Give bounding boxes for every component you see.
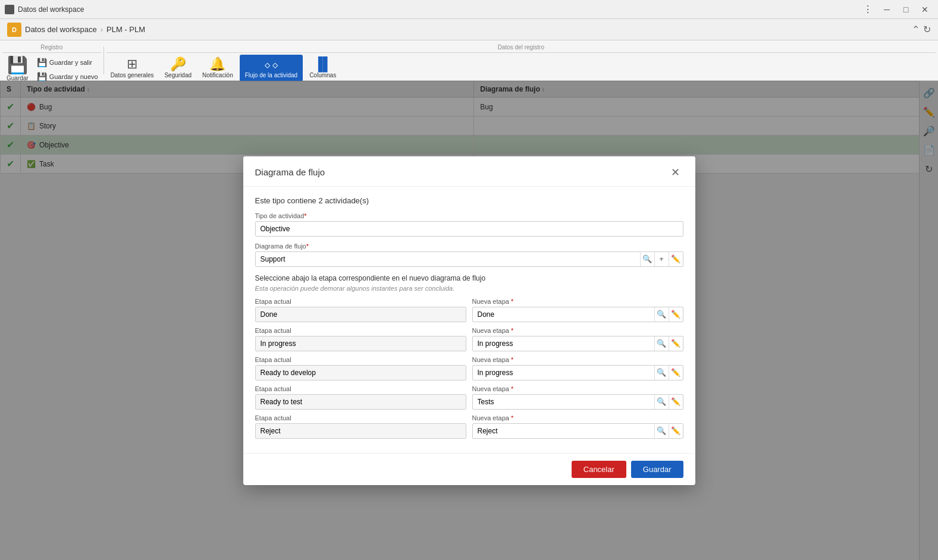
etapa-actual-input-4[interactable] xyxy=(256,424,466,438)
stage-row-4: Etapa actual Nueva etapa * 🔍 ✏️ xyxy=(255,414,683,439)
cancel-button[interactable]: Cancelar xyxy=(572,461,626,478)
etapa-actual-input-2[interactable] xyxy=(256,366,466,380)
breadcrumb-current: PLM - PLM xyxy=(106,25,145,34)
key-icon: 🔑 xyxy=(170,58,186,71)
security-button[interactable]: 🔑 Seguridad xyxy=(160,55,196,81)
maximize-button[interactable]: □ xyxy=(898,2,914,17)
toolbar-datos-section: Datos del registro ⊞ Datos generales 🔑 S… xyxy=(104,43,938,78)
nueva-etapa-search-4[interactable]: 🔍 xyxy=(654,424,669,438)
modal-overlay: Diagrama de flujo ✕ Este tipo contiene 2… xyxy=(0,81,938,560)
modal-header: Diagrama de flujo ✕ xyxy=(243,156,695,187)
nueva-etapa-input-4[interactable] xyxy=(473,424,654,438)
etapa-actual-input-3[interactable] xyxy=(256,395,466,409)
breadcrumb-collapse-button[interactable]: ⌃ xyxy=(912,24,920,35)
toolbar: Registro 💾 Guardar 💾 Guardar y salir 💾 G… xyxy=(0,40,938,81)
modal-save-button[interactable]: Guardar xyxy=(631,461,683,478)
modal-close-button[interactable]: ✕ xyxy=(667,166,683,179)
nueva-etapa-input-3[interactable] xyxy=(473,395,654,409)
general-icon: ⊞ xyxy=(127,58,137,71)
diagrama-search-btn[interactable]: 🔍 xyxy=(640,252,654,266)
select-note: Esta operación puede demorar algunos ins… xyxy=(255,285,683,292)
main-content: S Tipo de actividad↕ Diagrama de flujo↕ … xyxy=(0,81,938,560)
notification-button[interactable]: 🔔 Notificación xyxy=(198,55,237,81)
window-controls: ⋮ ─ □ ✕ xyxy=(859,2,933,17)
diagrama-input[interactable] xyxy=(256,252,640,266)
columns-icon: ▐▌ xyxy=(313,58,332,71)
flow-icon: ⬦⬦ xyxy=(263,58,279,71)
etapa-actual-col-2: Etapa actual xyxy=(255,356,466,380)
flow-button[interactable]: ⬦⬦ Flujo de la actividad xyxy=(240,55,303,81)
etapa-actual-input-1[interactable] xyxy=(256,336,466,351)
stage-row-0: Etapa actual Nueva etapa * 🔍 ✏️ xyxy=(255,298,683,322)
close-button[interactable]: ✕ xyxy=(917,2,933,17)
nueva-etapa-col-0: Nueva etapa * 🔍 ✏️ xyxy=(472,298,683,322)
minimize-button[interactable]: ─ xyxy=(879,2,895,17)
save-button[interactable]: 💾 Guardar xyxy=(2,55,33,84)
etapa-actual-col-0: Etapa actual xyxy=(255,298,466,322)
nueva-etapa-edit-2[interactable]: ✏️ xyxy=(669,366,683,380)
diagrama-add-btn[interactable]: + xyxy=(654,252,669,266)
stage-row-2: Etapa actual Nueva etapa * 🔍 ✏️ xyxy=(255,356,683,380)
stage-select-section: Seleccione abajo la etapa correspondient… xyxy=(255,274,683,439)
columns-button[interactable]: ▐▌ Columnas xyxy=(305,55,340,81)
nueva-etapa-col-2: Nueva etapa * 🔍 ✏️ xyxy=(472,356,683,380)
save-new-icon: 💾 xyxy=(37,72,47,81)
diagrama-edit-btn[interactable]: ✏️ xyxy=(669,252,683,266)
floppy-icon: 💾 xyxy=(7,57,28,74)
diagrama-label: Diagrama de flujo* xyxy=(255,243,683,250)
save-exit-button[interactable]: 💾 Guardar y salir xyxy=(34,56,101,68)
breadcrumb-refresh-button[interactable]: ↻ xyxy=(923,24,931,35)
save-exit-icon: 💾 xyxy=(37,58,47,67)
modal-body: Este tipo contiene 2 actividade(s) Tipo … xyxy=(243,187,695,453)
stages-container: Etapa actual Nueva etapa * 🔍 ✏️ Etapa ac… xyxy=(255,298,683,439)
etapa-actual-col-1: Etapa actual xyxy=(255,327,466,351)
app-icon xyxy=(5,5,14,14)
diagrama-input-container: 🔍 + ✏️ xyxy=(255,251,683,267)
stage-row-1: Etapa actual Nueva etapa * 🔍 ✏️ xyxy=(255,327,683,351)
nueva-etapa-col-1: Nueva etapa * 🔍 ✏️ xyxy=(472,327,683,351)
workspace-icon: D xyxy=(7,23,21,37)
nueva-etapa-edit-1[interactable]: ✏️ xyxy=(669,336,683,351)
title-bar: Datos del workspace ⋮ ─ □ ✕ xyxy=(0,0,938,19)
etapa-actual-input-0[interactable] xyxy=(256,307,466,322)
etapa-actual-col-4: Etapa actual xyxy=(255,414,466,439)
nueva-etapa-edit-4[interactable]: ✏️ xyxy=(669,424,683,438)
more-button[interactable]: ⋮ xyxy=(859,2,876,17)
nueva-etapa-edit-0[interactable]: ✏️ xyxy=(669,307,683,322)
breadcrumb: D Datos del workspace › PLM - PLM ⌃ ↻ xyxy=(0,19,938,40)
nueva-etapa-search-3[interactable]: 🔍 xyxy=(654,395,669,409)
nueva-etapa-search-0[interactable]: 🔍 xyxy=(654,307,669,322)
tipo-label: Tipo de actividad* xyxy=(255,212,683,219)
tipo-input[interactable] xyxy=(256,222,683,236)
nueva-etapa-input-0[interactable] xyxy=(473,307,654,322)
nueva-etapa-input-2[interactable] xyxy=(473,366,654,380)
window-title: Datos del workspace xyxy=(18,5,84,14)
diagrama-field: Diagrama de flujo* 🔍 + ✏️ xyxy=(255,243,683,267)
nueva-etapa-input-1[interactable] xyxy=(473,336,654,351)
modal-footer: Cancelar Guardar xyxy=(243,453,695,485)
breadcrumb-parent[interactable]: Datos del workspace xyxy=(25,25,97,34)
tipo-actividad-field: Tipo de actividad* xyxy=(255,212,683,237)
select-instruction: Seleccione abajo la etapa correspondient… xyxy=(255,274,683,282)
nueva-etapa-search-1[interactable]: 🔍 xyxy=(654,336,669,351)
modal-dialog: Diagrama de flujo ✕ Este tipo contiene 2… xyxy=(243,156,695,485)
registro-label: Registro xyxy=(2,44,101,53)
modal-title: Diagrama de flujo xyxy=(255,167,325,177)
etapa-actual-col-3: Etapa actual xyxy=(255,385,466,410)
breadcrumb-separator: › xyxy=(101,25,103,34)
nueva-etapa-col-3: Nueva etapa * 🔍 ✏️ xyxy=(472,385,683,410)
toolbar-registro-section: Registro 💾 Guardar 💾 Guardar y salir 💾 G… xyxy=(0,43,103,78)
nueva-etapa-search-2[interactable]: 🔍 xyxy=(654,366,669,380)
datos-label: Datos del registro xyxy=(106,44,936,53)
general-button[interactable]: ⊞ Datos generales xyxy=(106,55,158,81)
nueva-etapa-edit-3[interactable]: ✏️ xyxy=(669,395,683,409)
bell-icon: 🔔 xyxy=(209,58,225,71)
stage-row-3: Etapa actual Nueva etapa * 🔍 ✏️ xyxy=(255,385,683,410)
nueva-etapa-col-4: Nueva etapa * 🔍 ✏️ xyxy=(472,414,683,439)
tipo-input-container xyxy=(255,221,683,237)
modal-info-text: Este tipo contiene 2 actividade(s) xyxy=(255,196,683,205)
